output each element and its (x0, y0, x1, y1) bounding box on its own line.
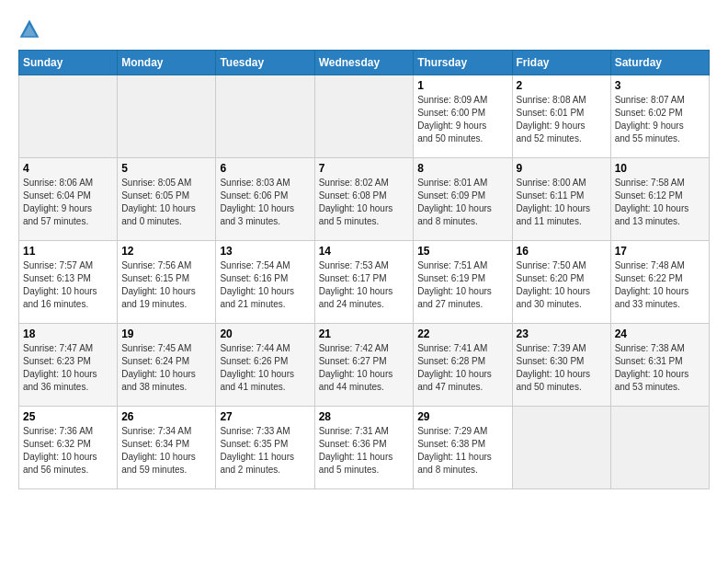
calendar-cell: 29Sunrise: 7:29 AM Sunset: 6:38 PM Dayli… (414, 407, 512, 489)
day-number: 2 (517, 79, 607, 92)
calendar-cell (216, 75, 314, 158)
day-number: 3 (615, 79, 705, 92)
calendar-table: SundayMondayTuesdayWednesdayThursdayFrid… (18, 50, 710, 489)
day-number: 29 (417, 410, 507, 423)
calendar-cell: 2Sunrise: 8:08 AM Sunset: 6:01 PM Daylig… (512, 75, 610, 158)
day-number: 25 (23, 410, 113, 423)
day-number: 11 (23, 245, 113, 258)
day-number: 26 (121, 410, 211, 423)
calendar-cell: 15Sunrise: 7:51 AM Sunset: 6:19 PM Dayli… (414, 241, 512, 324)
day-info: Sunrise: 7:53 AM Sunset: 6:17 PM Dayligh… (319, 259, 410, 311)
calendar-cell: 23Sunrise: 7:39 AM Sunset: 6:30 PM Dayli… (512, 324, 610, 407)
calendar-cell (314, 75, 414, 158)
day-number: 8 (417, 162, 507, 175)
day-info: Sunrise: 7:48 AM Sunset: 6:22 PM Dayligh… (615, 259, 705, 311)
day-info: Sunrise: 8:05 AM Sunset: 6:05 PM Dayligh… (121, 177, 211, 228)
calendar-cell: 14Sunrise: 7:53 AM Sunset: 6:17 PM Dayli… (314, 241, 414, 324)
day-number: 7 (319, 162, 410, 175)
day-info: Sunrise: 7:47 AM Sunset: 6:23 PM Dayligh… (23, 342, 113, 394)
calendar-cell: 20Sunrise: 7:44 AM Sunset: 6:26 PM Dayli… (216, 324, 314, 407)
day-info: Sunrise: 7:31 AM Sunset: 6:36 PM Dayligh… (319, 425, 410, 477)
week-row-4: 18Sunrise: 7:47 AM Sunset: 6:23 PM Dayli… (19, 324, 710, 407)
day-number: 15 (417, 245, 507, 258)
day-info: Sunrise: 7:38 AM Sunset: 6:31 PM Dayligh… (615, 342, 705, 394)
header-thursday: Thursday (414, 51, 512, 75)
day-number: 9 (517, 162, 607, 175)
day-number: 12 (121, 245, 211, 258)
day-info: Sunrise: 7:34 AM Sunset: 6:34 PM Dayligh… (121, 425, 211, 477)
day-info: Sunrise: 8:00 AM Sunset: 6:11 PM Dayligh… (517, 177, 607, 228)
day-number: 23 (517, 327, 607, 340)
day-info: Sunrise: 7:42 AM Sunset: 6:27 PM Dayligh… (319, 342, 410, 394)
day-info: Sunrise: 7:58 AM Sunset: 6:12 PM Dayligh… (615, 177, 705, 228)
day-number: 28 (319, 410, 410, 423)
day-number: 22 (417, 327, 507, 340)
calendar-cell: 24Sunrise: 7:38 AM Sunset: 6:31 PM Dayli… (610, 324, 709, 407)
calendar-header: SundayMondayTuesdayWednesdayThursdayFrid… (19, 51, 710, 75)
day-number: 24 (615, 327, 705, 340)
calendar-body: 1Sunrise: 8:09 AM Sunset: 6:00 PM Daylig… (19, 75, 710, 489)
day-number: 16 (517, 245, 607, 258)
day-info: Sunrise: 7:33 AM Sunset: 6:35 PM Dayligh… (220, 425, 310, 477)
day-number: 21 (319, 327, 410, 340)
calendar-cell: 26Sunrise: 7:34 AM Sunset: 6:34 PM Dayli… (118, 407, 216, 489)
calendar-cell: 21Sunrise: 7:42 AM Sunset: 6:27 PM Dayli… (314, 324, 414, 407)
day-info: Sunrise: 7:45 AM Sunset: 6:24 PM Dayligh… (121, 342, 211, 394)
header-saturday: Saturday (610, 51, 709, 75)
day-info: Sunrise: 8:07 AM Sunset: 6:02 PM Dayligh… (615, 94, 705, 145)
day-info: Sunrise: 7:39 AM Sunset: 6:30 PM Dayligh… (517, 342, 607, 394)
week-row-2: 4Sunrise: 8:06 AM Sunset: 6:04 PM Daylig… (19, 158, 710, 241)
week-row-1: 1Sunrise: 8:09 AM Sunset: 6:00 PM Daylig… (19, 75, 710, 158)
calendar-cell: 6Sunrise: 8:03 AM Sunset: 6:06 PM Daylig… (216, 158, 314, 241)
calendar-cell (19, 75, 118, 158)
day-info: Sunrise: 8:01 AM Sunset: 6:09 PM Dayligh… (417, 177, 507, 228)
day-info: Sunrise: 8:08 AM Sunset: 6:01 PM Dayligh… (517, 94, 607, 145)
day-info: Sunrise: 7:29 AM Sunset: 6:38 PM Dayligh… (417, 425, 507, 477)
day-info: Sunrise: 8:06 AM Sunset: 6:04 PM Dayligh… (23, 177, 113, 228)
day-info: Sunrise: 7:56 AM Sunset: 6:15 PM Dayligh… (121, 259, 211, 311)
days-of-week-row: SundayMondayTuesdayWednesdayThursdayFrid… (19, 51, 710, 75)
week-row-3: 11Sunrise: 7:57 AM Sunset: 6:13 PM Dayli… (19, 241, 710, 324)
calendar-cell: 16Sunrise: 7:50 AM Sunset: 6:20 PM Dayli… (512, 241, 610, 324)
day-number: 14 (319, 245, 410, 258)
day-info: Sunrise: 7:51 AM Sunset: 6:19 PM Dayligh… (417, 259, 507, 311)
day-info: Sunrise: 7:57 AM Sunset: 6:13 PM Dayligh… (23, 259, 113, 311)
header-tuesday: Tuesday (216, 51, 314, 75)
day-number: 1 (417, 79, 507, 92)
calendar-cell: 12Sunrise: 7:56 AM Sunset: 6:15 PM Dayli… (118, 241, 216, 324)
calendar-cell: 18Sunrise: 7:47 AM Sunset: 6:23 PM Dayli… (19, 324, 118, 407)
calendar-cell (610, 407, 709, 489)
calendar-cell: 4Sunrise: 8:06 AM Sunset: 6:04 PM Daylig… (19, 158, 118, 241)
day-number: 4 (23, 162, 113, 175)
header-sunday: Sunday (19, 51, 118, 75)
day-number: 5 (121, 162, 211, 175)
calendar-cell: 11Sunrise: 7:57 AM Sunset: 6:13 PM Dayli… (19, 241, 118, 324)
week-row-5: 25Sunrise: 7:36 AM Sunset: 6:32 PM Dayli… (19, 407, 710, 489)
logo (18, 18, 44, 40)
calendar-cell (118, 75, 216, 158)
day-number: 27 (220, 410, 310, 423)
day-number: 10 (615, 162, 705, 175)
day-info: Sunrise: 8:09 AM Sunset: 6:00 PM Dayligh… (417, 94, 507, 145)
calendar-cell: 22Sunrise: 7:41 AM Sunset: 6:28 PM Dayli… (414, 324, 512, 407)
calendar-cell: 17Sunrise: 7:48 AM Sunset: 6:22 PM Dayli… (610, 241, 709, 324)
day-number: 20 (220, 327, 310, 340)
day-info: Sunrise: 8:02 AM Sunset: 6:08 PM Dayligh… (319, 177, 410, 228)
day-info: Sunrise: 7:54 AM Sunset: 6:16 PM Dayligh… (220, 259, 310, 311)
day-info: Sunrise: 7:50 AM Sunset: 6:20 PM Dayligh… (517, 259, 607, 311)
day-info: Sunrise: 8:03 AM Sunset: 6:06 PM Dayligh… (220, 177, 310, 228)
day-info: Sunrise: 7:36 AM Sunset: 6:32 PM Dayligh… (23, 425, 113, 477)
calendar-cell: 27Sunrise: 7:33 AM Sunset: 6:35 PM Dayli… (216, 407, 314, 489)
day-number: 17 (615, 245, 705, 258)
calendar-cell: 28Sunrise: 7:31 AM Sunset: 6:36 PM Dayli… (314, 407, 414, 489)
header-monday: Monday (118, 51, 216, 75)
day-number: 19 (121, 327, 211, 340)
day-number: 18 (23, 327, 113, 340)
day-info: Sunrise: 7:41 AM Sunset: 6:28 PM Dayligh… (417, 342, 507, 394)
day-info: Sunrise: 7:44 AM Sunset: 6:26 PM Dayligh… (220, 342, 310, 394)
day-number: 13 (220, 245, 310, 258)
logo-icon (18, 18, 40, 40)
calendar-cell: 1Sunrise: 8:09 AM Sunset: 6:00 PM Daylig… (414, 75, 512, 158)
calendar-cell: 19Sunrise: 7:45 AM Sunset: 6:24 PM Dayli… (118, 324, 216, 407)
calendar-cell (512, 407, 610, 489)
